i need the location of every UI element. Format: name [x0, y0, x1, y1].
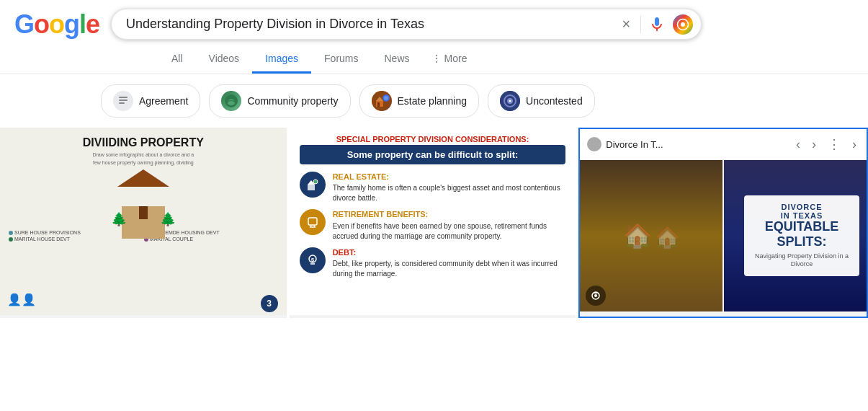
dot-3	[9, 237, 13, 242]
chip-uncontested-label: Uncontested	[526, 95, 583, 107]
divider	[640, 16, 641, 33]
nav-tabs: All Videos Images Forums News ⋮ More	[0, 45, 868, 74]
inf1-subtitle2: few house property owning planning, divi…	[9, 160, 278, 165]
inf2-item-debt: $ DEBT: Debt, like property, is consider…	[300, 247, 566, 279]
svg-rect-17	[308, 185, 315, 190]
header: Google Understanding Property Division i…	[0, 0, 868, 40]
lens-icon	[676, 18, 689, 31]
debt-icon: $	[300, 247, 326, 273]
svg-point-19	[313, 180, 318, 184]
agreement-icon	[113, 91, 133, 111]
realestate-icon	[300, 172, 326, 198]
dt-sub: Navigating Property Division in a Divorc…	[753, 252, 851, 269]
logo-o1: o	[34, 9, 49, 39]
chip-uncontested[interactable]: Uncontested	[488, 84, 595, 118]
search-input[interactable]: Understanding Property Division in Divor…	[111, 9, 702, 40]
svg-point-28	[594, 294, 597, 297]
dot-1	[9, 231, 13, 235]
infographic-dividing-property: DIVIIDING PROPERTY Draw some infographic…	[0, 128, 287, 315]
house-body	[122, 206, 165, 239]
inf1-title: DIVIIDING PROPERTY	[9, 136, 278, 149]
more-dots-icon: ⋮	[431, 53, 442, 64]
uncontested-icon	[500, 91, 520, 111]
card3-top-bar: Divorce In T... ‹ › ⋮ ›	[580, 129, 867, 160]
inf1-subtitle: Draw some infographic about a divorce an…	[9, 152, 278, 157]
badge-3: 3	[261, 295, 278, 312]
filter-row: Agreement Community property Estate plan…	[0, 74, 868, 128]
search-actions: ×	[619, 14, 693, 35]
card3-prev-button[interactable]: ‹	[793, 136, 803, 154]
svg-point-6	[228, 101, 235, 105]
card3-favicon	[587, 137, 601, 151]
puzzle-houses: 🏠 🏠	[623, 222, 680, 249]
retirement-icon	[300, 209, 326, 235]
realestate-text: REAL ESTATE: The family home is often a …	[333, 172, 566, 203]
infographic-special-property: SPECIAL PROPERTY DIVISION CONSIDERATIONS…	[290, 128, 576, 315]
dt-splits: SPLITS:	[753, 234, 851, 249]
logo-g: G	[14, 9, 34, 39]
card3-next-button[interactable]: ›	[809, 136, 819, 154]
figure-icons: 👤👤	[7, 293, 36, 306]
inf2-special-title: SPECIAL PROPERTY DIVISION CONSIDERATIONS…	[300, 135, 566, 143]
estate-planning-icon	[372, 91, 392, 111]
inf2-sub-header: Some property can be difficult to split:	[300, 145, 566, 164]
divorce-texas-box: DIVORCE IN TEXAS EQUITABLE SPLITS: Navig…	[744, 195, 859, 276]
logo-o2: o	[49, 9, 64, 39]
svg-point-1	[681, 22, 685, 27]
house-door	[139, 206, 148, 219]
clear-search-button[interactable]: ×	[619, 14, 633, 34]
card3-more-button[interactable]: ⋮	[825, 135, 844, 154]
card3-nav-icons: ‹ › ⋮ ›	[793, 135, 859, 154]
camera-overlay-icon	[586, 286, 606, 306]
logo-l: l	[79, 9, 86, 39]
images-grid: DIVIIDING PROPERTY Draw some infographic…	[0, 128, 868, 318]
inf2-item-retirement: RETIREMENT BENEFITS: Even if benefits ha…	[300, 209, 566, 241]
chip-community-property[interactable]: Community property	[209, 84, 350, 118]
card3-container: Divorce In T... ‹ › ⋮ › 🏠 🏠	[580, 129, 867, 317]
voice-search-button[interactable]	[648, 16, 666, 33]
dt-logo-line1: DIVORCE	[753, 203, 851, 211]
image-card-1[interactable]: DIVIIDING PROPERTY Draw some infographic…	[0, 128, 287, 318]
house-container: 🌲 🌲	[111, 169, 176, 227]
svg-rect-29	[594, 292, 598, 293]
chip-community-property-label: Community property	[247, 95, 338, 107]
svg-rect-4	[119, 102, 125, 104]
svg-rect-10	[377, 102, 380, 107]
tree-left: 🌲	[111, 211, 127, 227]
chip-agreement[interactable]: Agreement	[101, 84, 200, 118]
tab-all[interactable]: All	[158, 45, 196, 74]
svg-rect-2	[119, 97, 127, 98]
mic-icon	[648, 16, 666, 33]
community-property-icon	[221, 91, 241, 111]
debt-text: DEBT: Debt, like property, is considered…	[333, 247, 566, 279]
inf2-item-realestate: REAL ESTATE: The family home is often a …	[300, 172, 566, 203]
svg-point-12	[384, 96, 388, 100]
tree-right: 🌲	[160, 211, 176, 227]
card3-img-left: 🏠 🏠	[580, 160, 722, 311]
retirement-text: RETIREMENT BENEFITS: Even if benefits ha…	[333, 209, 566, 241]
more-button[interactable]: ⋮ More	[423, 45, 476, 74]
tab-videos[interactable]: Videos	[196, 45, 253, 74]
card3-images: 🏠 🏠 DIVORCE IN TEXAS	[580, 160, 867, 311]
card3-site-info: Divorce In T...	[587, 137, 663, 151]
tab-news[interactable]: News	[372, 45, 423, 74]
svg-text:$: $	[310, 257, 314, 263]
search-bar-wrapper: Understanding Property Division in Divor…	[111, 9, 702, 40]
lens-search-button[interactable]	[673, 14, 693, 35]
tab-forums[interactable]: Forums	[311, 45, 371, 74]
logo-e: e	[86, 9, 99, 39]
logo-g2: g	[64, 9, 79, 39]
chip-agreement-label: Agreement	[139, 95, 188, 107]
card3-right-button[interactable]: ›	[849, 136, 859, 154]
more-label: More	[444, 53, 467, 64]
house-graphic: 🌲 🌲	[9, 169, 278, 227]
image-card-3[interactable]: Divorce In T... ‹ › ⋮ › 🏠 🏠	[578, 128, 868, 318]
google-logo: Google	[14, 9, 99, 40]
tab-images[interactable]: Images	[252, 45, 311, 74]
house-roof	[117, 169, 169, 187]
card3-img-right: DIVORCE IN TEXAS EQUITABLE SPLITS: Navig…	[724, 160, 867, 311]
image-card-2[interactable]: SPECIAL PROPERTY DIVISION CONSIDERATIONS…	[290, 128, 576, 318]
chip-estate-planning[interactable]: Estate planning	[359, 84, 480, 118]
dt-equitable: EQUITABLE	[753, 220, 851, 234]
svg-rect-20	[308, 218, 317, 225]
